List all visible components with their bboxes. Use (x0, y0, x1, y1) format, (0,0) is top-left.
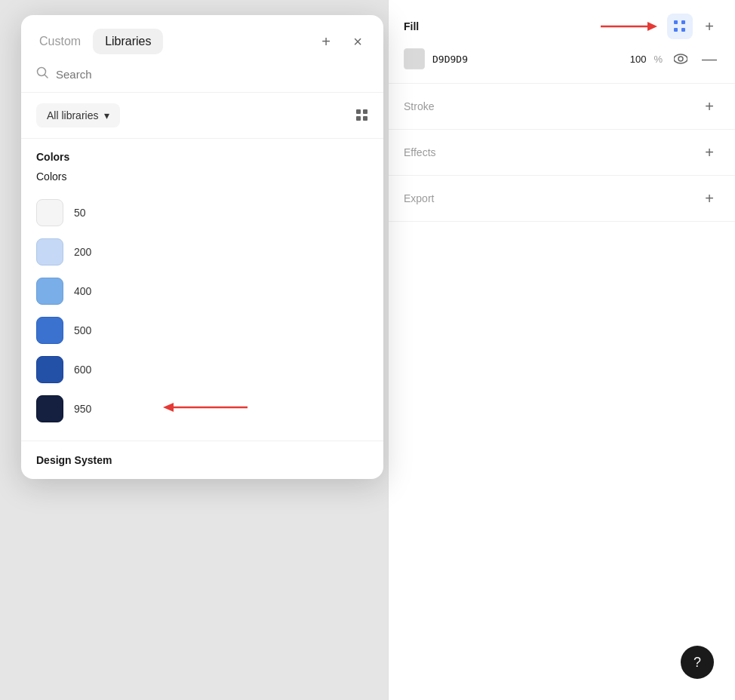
color-label-50: 50 (74, 207, 86, 219)
fill-opacity-value: 100 (623, 54, 646, 65)
fill-remove-button[interactable]: — (699, 48, 720, 69)
fill-percent-sign: % (654, 54, 663, 65)
color-item-950[interactable]: 950 (36, 389, 368, 428)
color-swatch-500 (36, 317, 63, 344)
effects-add-button[interactable]: + (699, 142, 720, 163)
export-add-button[interactable]: + (699, 188, 720, 209)
search-input[interactable] (56, 68, 368, 81)
fill-section: Fill + (389, 0, 735, 84)
fill-header: Fill + (404, 14, 720, 39)
color-swatch-50 (36, 199, 63, 226)
color-label-400: 400 (74, 285, 91, 297)
export-section: Export + (389, 176, 735, 222)
stroke-label: Stroke (404, 100, 434, 112)
color-item-400[interactable]: 400 (36, 272, 368, 311)
red-arrow-right (601, 19, 661, 34)
color-swatch-950 (36, 395, 63, 422)
color-label-200: 200 (74, 246, 91, 258)
search-icon (36, 66, 48, 81)
color-item-200[interactable]: 200 (36, 232, 368, 272)
right-panel: Fill + (388, 0, 735, 700)
svg-point-3 (678, 57, 683, 61)
grid-dots-icon (674, 20, 686, 32)
effects-label: Effects (404, 146, 436, 158)
fill-color-hex: D9D9D9 (432, 54, 616, 65)
filter-row: All libraries ▾ (21, 93, 383, 139)
search-bar (21, 56, 383, 93)
red-arrow-left (157, 400, 353, 418)
library-filter-dropdown[interactable]: All libraries ▾ (36, 103, 120, 127)
color-swatch-600 (36, 356, 63, 383)
grid-icon-button[interactable] (667, 14, 693, 39)
svg-marker-1 (647, 22, 657, 31)
export-label: Export (404, 192, 434, 204)
tab-libraries[interactable]: Libraries (93, 29, 163, 54)
fill-title: Fill (404, 20, 419, 32)
tab-custom[interactable]: Custom (36, 27, 93, 56)
tabs-header: Custom Libraries + × (21, 15, 383, 56)
color-label-500: 500 (74, 324, 91, 336)
svg-point-2 (674, 54, 687, 63)
colors-subsection-title: Colors (36, 170, 368, 183)
chevron-down-icon: ▾ (104, 109, 109, 121)
help-button[interactable]: ? (681, 646, 714, 679)
fill-header-right: + (601, 14, 720, 39)
filter-grid-icon[interactable] (356, 109, 368, 121)
effects-section: Effects + (389, 130, 735, 176)
color-item-50[interactable]: 50 (36, 193, 368, 232)
help-icon: ? (693, 655, 701, 671)
fill-color-swatch[interactable] (404, 48, 425, 69)
add-library-button[interactable]: + (315, 31, 337, 52)
fill-color-row: D9D9D9 100 % — (404, 48, 720, 69)
filter-label: All libraries (47, 109, 98, 121)
left-panel: Custom Libraries + × All libraries ▾ (21, 15, 383, 479)
fill-visibility-button[interactable] (670, 48, 691, 69)
color-item-500[interactable]: 500 (36, 311, 368, 350)
stroke-add-button[interactable]: + (699, 96, 720, 117)
stroke-section: Stroke + (389, 84, 735, 130)
svg-line-5 (45, 75, 48, 78)
design-system-section: Design System (21, 441, 383, 479)
design-system-title: Design System (36, 454, 112, 466)
svg-marker-7 (163, 403, 174, 412)
close-panel-button[interactable]: × (347, 31, 368, 52)
colors-section-title: Colors (36, 151, 368, 163)
color-item-600[interactable]: 600 (36, 350, 368, 389)
color-label-950: 950 (74, 403, 91, 415)
tabs-actions: + × (315, 31, 368, 52)
color-swatch-200 (36, 238, 63, 266)
color-label-600: 600 (74, 364, 91, 376)
colors-section: Colors Colors 50 200 400 500 600 950 (21, 139, 383, 441)
color-swatch-400 (36, 278, 63, 305)
fill-add-button[interactable]: + (699, 16, 720, 37)
